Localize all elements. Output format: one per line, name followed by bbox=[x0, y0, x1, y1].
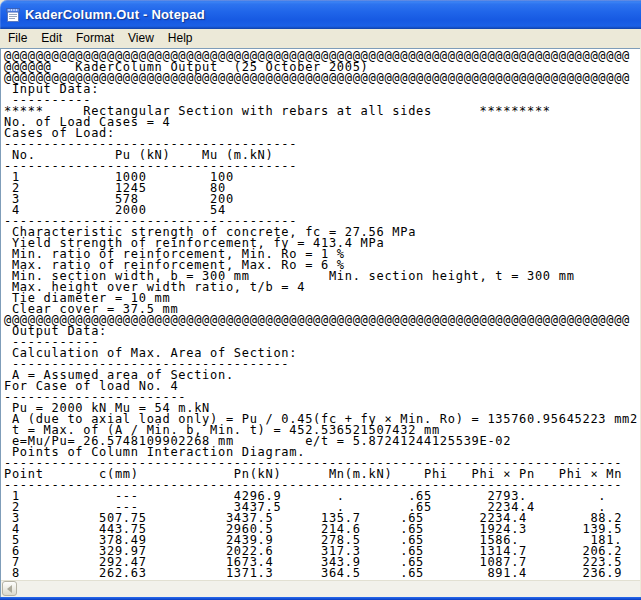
menu-item-format[interactable]: Format bbox=[69, 29, 121, 48]
notepad-window: KaderColumn.Out - Notepad File Edit Form… bbox=[0, 0, 641, 600]
window-title: KaderColumn.Out - Notepad bbox=[25, 7, 205, 22]
menu-item-edit[interactable]: Edit bbox=[34, 29, 69, 48]
menu-bar: File Edit Format View Help bbox=[0, 29, 641, 48]
scroll-left-button[interactable] bbox=[2, 581, 17, 596]
menu-item-file[interactable]: File bbox=[1, 29, 34, 48]
menu-item-help[interactable]: Help bbox=[161, 29, 200, 48]
title-bar[interactable]: KaderColumn.Out - Notepad bbox=[0, 0, 641, 29]
menu-item-view[interactable]: View bbox=[121, 29, 161, 48]
horizontal-scrollbar[interactable] bbox=[1, 580, 640, 597]
edit-area[interactable]: @@@@@@@@@@@@@@@@@@@@@@@@@@@@@@@@@@@@@@@@… bbox=[0, 48, 640, 597]
notepad-icon[interactable] bbox=[5, 7, 21, 23]
document-text[interactable]: @@@@@@@@@@@@@@@@@@@@@@@@@@@@@@@@@@@@@@@@… bbox=[1, 49, 640, 581]
scroll-left-arrow-icon bbox=[3, 585, 12, 593]
